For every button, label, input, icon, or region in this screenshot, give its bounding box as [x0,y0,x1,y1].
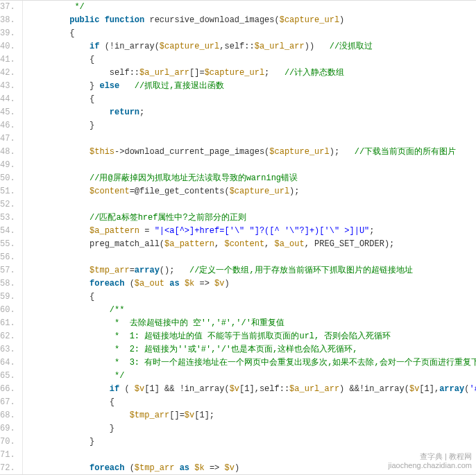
token-var: $k [185,279,194,288]
token-cm: /** [110,305,125,315]
token-cm: //抓取过,直接退出函数 [135,81,225,91]
code-line: 38. public function recursive_download_i… [0,14,476,27]
token-plain: => [205,463,225,473]
token-plain: preg_match_all( [30,239,164,249]
token-var: $capture_url [230,187,289,196]
token-plain [30,411,130,420]
code-line: 49. [0,159,476,172]
token-var: $a_out [274,239,304,249]
line-number: 54. [0,225,22,238]
token-plain [30,147,90,157]
code-line: 70. } [0,435,476,449]
line-number: 68. [0,409,22,422]
code-content: } [22,422,476,435]
token-cm: */ [30,2,85,12]
token-plain: [1]; [194,411,214,420]
token-plain: => [194,279,214,288]
code-line: 63. * 2: 超链接为''或'#','/'也是本页面,这样也会陷入死循环, [0,343,476,356]
code-line: 40. if (!in_array($capture_url,self::$a_… [0,40,476,53]
token-var: $content [224,239,264,249]
line-number: 41. [0,53,22,67]
token-kw: as [169,279,179,288]
token-plain: } [30,424,114,433]
token-var: $capture_url [160,42,219,51]
token-plain: { [30,292,95,302]
token-plain: ) &&!in_array( [339,384,409,394]
token-plain: (!in_array( [99,42,159,51]
line-number: 49. [0,159,22,172]
code-content [22,132,476,146]
token-plain: ); [289,187,299,196]
token-var: $a_pattern [90,226,139,236]
token-plain [30,384,110,394]
code-line: 43. } else //抓取过,直接退出函数 [0,80,476,93]
code-line: 46. } [0,119,476,132]
token-plain: , PREG_SET_ORDER); [305,239,395,249]
token-var: $this [90,147,114,157]
token-plain: recursive_download_images( [144,15,279,25]
token-var: $tmp_arr [130,411,170,420]
token-plain: } [30,81,100,91]
token-var: $tmp_arr [90,266,130,275]
token-kw: array [135,266,160,275]
code-line: 51. $content=@file_get_contents($capture… [0,185,476,198]
token-plain [119,81,135,91]
token-var: $v [214,279,224,288]
code-line: 55. preg_match_all($a_pattern, $content,… [0,238,476,251]
code-line: 52. [0,198,476,211]
token-plain: { [30,397,114,407]
line-number: 40. [0,40,22,53]
token-kw: as [180,463,189,473]
token-var: $v [230,384,239,394]
code-content: { [22,291,476,304]
token-kw: public [69,15,99,25]
token-plain: = [139,226,155,236]
line-number: 59. [0,291,22,304]
code-content [22,251,476,264]
token-fn: file_get_contents [139,187,224,196]
line-number: 57. [0,264,22,277]
line-number: 42. [0,67,22,80]
code-content: { [22,53,476,67]
code-line: 62. * 1: 超链接地址的值 不能等于当前抓取页面的url, 否则会陷入死循… [0,330,476,343]
token-kw: foreach [90,279,124,288]
token-plain [30,134,35,144]
token-var: $v [409,384,419,394]
token-var: $capture_url [269,147,329,157]
code-line: 60. /** [0,304,476,317]
code-content: if (!in_array($capture_url,self::$a_url_… [22,40,476,53]
token-var: $v [225,463,235,473]
token-plain: [1],self:: [239,384,289,394]
token-plain [30,226,90,236]
token-cm: //没抓取过 [330,42,373,51]
token-plain: ); [330,147,355,157]
code-content: * 1: 超链接地址的值 不能等于当前抓取页面的url, 否则会陷入死循环 [22,330,476,343]
line-number: 60. [0,304,22,317]
token-plain: } [30,121,95,130]
line-number: 50. [0,172,22,185]
token-plain [30,200,35,209]
token-cm: //下载当前页面的所有图片 [355,147,456,157]
token-var: $capture_url [280,15,339,25]
token-var: $content [90,187,130,196]
code-line: 54. $a_pattern = "|<a[^>]+href=['\" "]?(… [0,225,476,238]
token-plain [30,160,35,170]
code-line: 64. * 3: 有时一个超连接地址在一个网页中会重复出现多次,如果不去除,会对… [0,356,476,370]
code-content: * 去除超链接中的 空'','#','/'和重复值 [22,317,476,330]
code-content: self::$a_url_arr[]=$capture_url; //计入静态数… [22,67,476,80]
token-plain [174,463,179,473]
token-plain [30,15,70,25]
code-content: * 2: 超链接为''或'#','/'也是本页面,这样也会陷入死循环, [22,343,476,356]
token-plain: { [30,94,95,104]
line-number: 63. [0,343,22,356]
code-content: $tmp_arr=array(); //定义一个数组,用于存放当前循环下抓取图片… [22,264,476,277]
token-cm: //计入静态数组 [284,68,344,78]
code-content [22,159,476,172]
code-line: 61. * 去除超链接中的 空'','#','/'和重复值 [0,317,476,330]
code-content: } [22,435,476,449]
code-content: { [22,27,476,40]
token-plain [30,266,90,275]
line-number: 45. [0,106,22,119]
token-plain [30,42,90,51]
line-number: 51. [0,185,22,198]
